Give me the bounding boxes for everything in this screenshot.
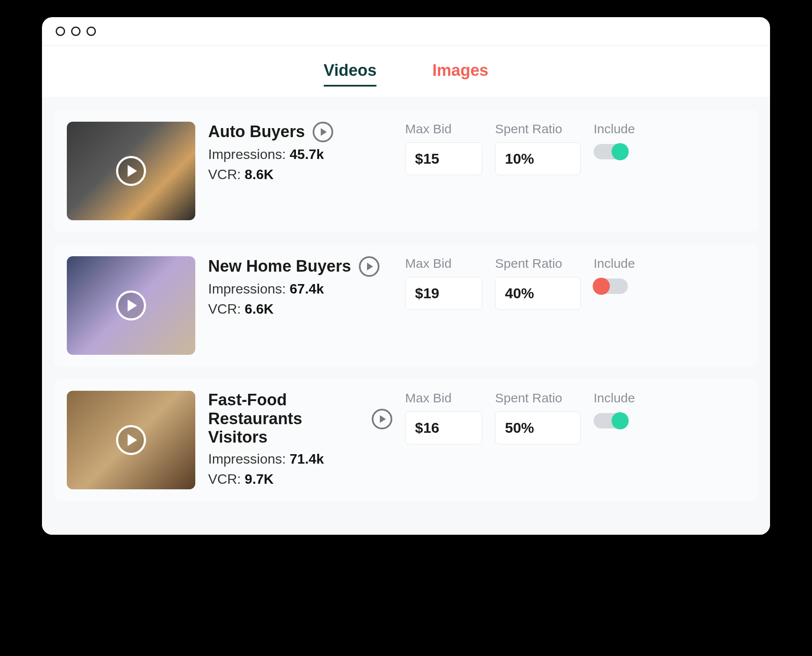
video-thumbnail[interactable]	[67, 391, 195, 489]
include-column: Include	[594, 122, 662, 159]
tabs: Videos Images	[42, 46, 770, 97]
tab-images[interactable]: Images	[432, 61, 488, 87]
spent-ratio-input[interactable]: 50%	[495, 411, 581, 444]
audience-title: Fast-Food Restaurants Visitors	[208, 391, 364, 447]
video-thumbnail[interactable]	[67, 256, 195, 355]
include-toggle[interactable]	[594, 279, 628, 294]
spent-ratio-input[interactable]: 10%	[495, 142, 581, 175]
video-thumbnail[interactable]	[67, 122, 195, 220]
spent-ratio-label: Spent Ratio	[495, 256, 581, 271]
include-label: Include	[594, 256, 662, 271]
audience-info: Fast-Food Restaurants Visitors Impressio…	[208, 391, 392, 487]
content-list: Auto Buyers Impressions: 45.7k VCR: 8.6K…	[42, 97, 770, 535]
max-bid-column: Max Bid $19	[405, 256, 482, 310]
toggle-knob	[593, 278, 610, 295]
max-bid-label: Max Bid	[405, 391, 482, 405]
audience-row: Fast-Food Restaurants Visitors Impressio…	[54, 379, 758, 501]
vcr-stat: VCR: 9.7K	[208, 471, 392, 487]
max-bid-input[interactable]: $19	[405, 277, 482, 310]
play-icon	[116, 291, 146, 321]
max-bid-column: Max Bid $16	[405, 391, 482, 444]
play-button-icon[interactable]	[359, 256, 379, 277]
impressions-stat: Impressions: 45.7k	[208, 147, 392, 162]
include-label: Include	[594, 391, 662, 405]
audience-info: Auto Buyers Impressions: 45.7k VCR: 8.6K	[208, 122, 392, 183]
spent-ratio-column: Spent Ratio 10%	[495, 122, 581, 175]
impressions-stat: Impressions: 67.4k	[208, 281, 392, 297]
include-column: Include	[594, 256, 662, 294]
include-toggle[interactable]	[594, 144, 628, 159]
spent-ratio-input[interactable]: 40%	[495, 277, 581, 310]
app-window: Videos Images Auto Buyers Impressions: 4…	[42, 17, 770, 535]
vcr-stat: VCR: 8.6K	[208, 167, 392, 183]
window-control-zoom[interactable]	[87, 27, 96, 36]
audience-title: New Home Buyers	[208, 257, 351, 276]
spent-ratio-column: Spent Ratio 50%	[495, 391, 581, 444]
max-bid-input[interactable]: $16	[405, 411, 482, 444]
play-button-icon[interactable]	[372, 409, 392, 429]
window-titlebar	[42, 17, 770, 46]
play-icon	[116, 425, 146, 455]
toggle-knob	[612, 412, 629, 429]
include-toggle[interactable]	[594, 413, 628, 428]
spent-ratio-label: Spent Ratio	[495, 391, 581, 405]
tab-videos[interactable]: Videos	[324, 61, 377, 87]
window-control-close[interactable]	[56, 27, 65, 36]
include-label: Include	[594, 122, 662, 136]
max-bid-input[interactable]: $15	[405, 142, 482, 175]
window-control-minimize[interactable]	[71, 27, 81, 36]
toggle-knob	[612, 143, 629, 160]
play-button-icon[interactable]	[313, 122, 333, 142]
play-icon	[116, 156, 146, 186]
max-bid-label: Max Bid	[405, 122, 482, 136]
vcr-stat: VCR: 6.6K	[208, 301, 392, 317]
audience-info: New Home Buyers Impressions: 67.4k VCR: …	[208, 256, 392, 317]
max-bid-label: Max Bid	[405, 256, 482, 271]
audience-title: Auto Buyers	[208, 123, 305, 141]
audience-row: Auto Buyers Impressions: 45.7k VCR: 8.6K…	[54, 110, 758, 232]
spent-ratio-label: Spent Ratio	[495, 122, 581, 136]
include-column: Include	[594, 391, 662, 428]
audience-row: New Home Buyers Impressions: 67.4k VCR: …	[54, 244, 758, 367]
max-bid-column: Max Bid $15	[405, 122, 482, 175]
impressions-stat: Impressions: 71.4k	[208, 451, 392, 467]
spent-ratio-column: Spent Ratio 40%	[495, 256, 581, 310]
